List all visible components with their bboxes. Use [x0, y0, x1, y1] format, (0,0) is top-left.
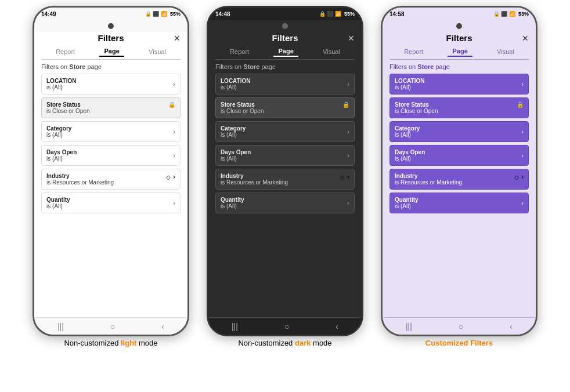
filter-card-1[interactable]: Store Statusis Close or Open🔒 [389, 97, 529, 118]
filter-clear-icon[interactable]: ◇ [514, 174, 519, 180]
filter-card-3[interactable]: Days Openis (All)› [215, 145, 355, 166]
filter-card-value: is (All) [395, 84, 524, 90]
filter-card-name: Days Open [46, 149, 175, 155]
filter-chevron-icon: › [521, 152, 524, 159]
tab-visual[interactable]: Visual [492, 47, 519, 56]
tab-report[interactable]: Report [51, 47, 80, 56]
filter-card-value: is (All) [221, 155, 349, 162]
filter-chevron-icon: › [173, 81, 175, 88]
filter-card-5[interactable]: Quantityis (All)› [215, 193, 355, 213]
status-bar-purple: 14:58 🔒 ⬛ 📶 53% [383, 8, 536, 20]
filter-clear-icon[interactable]: ◇ [340, 174, 345, 180]
filter-card-0[interactable]: LOCATIONis (All)› [389, 74, 529, 95]
status-time: 14:58 [389, 11, 405, 17]
filter-card-name: LOCATION [221, 78, 349, 84]
close-button[interactable]: ✕ [348, 34, 355, 43]
filter-card-name: Category [395, 125, 524, 132]
filter-clear-icon[interactable]: ◇ [166, 174, 171, 180]
filter-card-5[interactable]: Quantityis (All)› [389, 193, 529, 213]
filter-icons: ◇› [340, 173, 349, 181]
tab-page[interactable]: Page [273, 46, 298, 57]
tab-page[interactable]: Page [448, 46, 472, 57]
panel-title: Filters [98, 33, 124, 43]
phone-dark-container: 14:48 🔒 ⬛ 📶 55% Filters ✕ ReportPageVisu… [207, 6, 363, 336]
filter-card-4[interactable]: Industryis Resources or Marketing◇› [389, 169, 529, 190]
panel-purple: Filters ✕ ReportPageVisualFilters on Sto… [383, 32, 536, 317]
filter-card-name: LOCATION [395, 78, 524, 84]
filter-card-4[interactable]: Industryis Resources or Marketing◇› [41, 169, 181, 190]
filter-card-value: is (All) [221, 84, 349, 90]
filter-card-3[interactable]: Days Openis (All)› [41, 145, 181, 166]
filter-card-3[interactable]: Days Openis (All)› [389, 145, 529, 166]
panel-title: Filters [446, 33, 472, 43]
filter-card-value: is (All) [46, 132, 175, 138]
filter-card-value: is Resources or Marketing [221, 179, 349, 186]
filter-card-0[interactable]: LOCATIONis (All)› [215, 74, 355, 95]
label-highlight: Customized Filters [425, 339, 493, 347]
filter-section-title: Filters on Store page [389, 63, 529, 70]
tabs-bar: ReportPageVisual [41, 46, 181, 60]
filter-card-2[interactable]: Categoryis (All)› [215, 121, 355, 142]
nav-menu-icon[interactable]: ||| [232, 322, 238, 331]
filter-lock-icon: 🔒 [517, 101, 524, 108]
camera-area [34, 20, 187, 32]
camera-dot [282, 23, 288, 29]
filter-expand-icon[interactable]: › [173, 173, 175, 181]
camera-dot [108, 23, 114, 29]
panel-light: Filters ✕ ReportPageVisualFilters on Sto… [34, 32, 187, 317]
filter-card-name: Quantity [395, 197, 524, 203]
close-button[interactable]: ✕ [174, 34, 181, 43]
nav-home-icon[interactable]: ○ [110, 322, 115, 331]
filter-card-name: Quantity [46, 197, 175, 203]
filter-chevron-icon: › [521, 81, 524, 88]
filter-section-title: Filters on Store page [41, 63, 181, 70]
phone-label-1: Non-customized dark mode [207, 339, 363, 347]
nav-menu-icon[interactable]: ||| [406, 322, 412, 331]
filter-card-5[interactable]: Quantityis (All)› [41, 193, 181, 213]
filter-card-value: is Resources or Marketing [46, 179, 175, 186]
nav-bar: |||○‹ [383, 317, 536, 335]
filter-card-name: Category [46, 125, 175, 132]
nav-bar: |||○‹ [34, 317, 187, 335]
panel-dark: Filters ✕ ReportPageVisualFilters on Sto… [208, 32, 362, 317]
nav-back-icon[interactable]: ‹ [161, 322, 164, 331]
filter-card-2[interactable]: Categoryis (All)› [389, 121, 529, 142]
filter-card-1[interactable]: Store Statusis Close or Open🔒 [215, 97, 355, 118]
camera-dot [456, 23, 462, 29]
tab-page[interactable]: Page [99, 46, 124, 57]
filter-card-name: Industry [395, 173, 524, 179]
tab-visual[interactable]: Visual [144, 47, 171, 56]
filter-chevron-icon: › [521, 199, 524, 206]
tab-report[interactable]: Report [399, 47, 428, 56]
filter-card-2[interactable]: Categoryis (All)› [41, 121, 181, 142]
nav-menu-icon[interactable]: ||| [57, 322, 64, 331]
filter-card-name: Category [221, 125, 349, 132]
filter-card-value: is Resources or Marketing [395, 179, 524, 186]
filter-card-value: is (All) [221, 203, 349, 209]
filter-expand-icon[interactable]: › [521, 173, 524, 181]
filter-card-4[interactable]: Industryis Resources or Marketing◇› [215, 169, 355, 190]
nav-home-icon[interactable]: ○ [284, 322, 289, 331]
status-icons: 🔒 ⬛ 📶 53% [493, 11, 529, 17]
labels-row: Non-customized light modeNon-customized … [12, 339, 558, 347]
filter-card-value: is (All) [46, 84, 175, 90]
filter-card-name: Days Open [221, 149, 349, 155]
filter-card-value: is (All) [395, 155, 524, 162]
close-button[interactable]: ✕ [522, 34, 529, 43]
nav-back-icon[interactable]: ‹ [335, 322, 338, 331]
filter-expand-icon[interactable]: › [347, 173, 349, 181]
status-bar-light: 14:49 🔒 ⬛ 📶 55% [34, 8, 187, 20]
nav-bar: |||○‹ [208, 317, 362, 335]
nav-home-icon[interactable]: ○ [459, 322, 463, 331]
tab-report[interactable]: Report [225, 47, 254, 56]
filter-card-value: is Close or Open [46, 108, 175, 114]
filter-icons: ◇› [514, 173, 524, 181]
tab-visual[interactable]: Visual [318, 47, 345, 56]
filter-card-1[interactable]: Store Statusis Close or Open🔒 [41, 97, 181, 118]
filter-chevron-icon: › [347, 81, 349, 88]
tabs-bar: ReportPageVisual [389, 46, 529, 60]
filter-card-0[interactable]: LOCATIONis (All)› [41, 74, 181, 95]
filter-lock-icon: 🔒 [342, 101, 349, 108]
nav-back-icon[interactable]: ‹ [510, 322, 513, 331]
filter-chevron-icon: › [173, 128, 175, 135]
